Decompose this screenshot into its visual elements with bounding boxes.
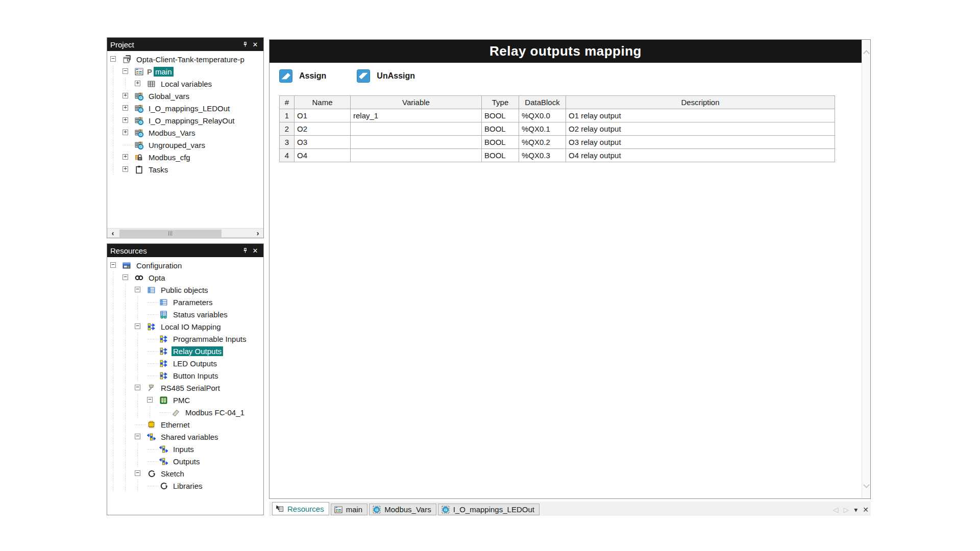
- tab-list-dropdown-icon[interactable]: ▾: [854, 506, 857, 514]
- tab-scroll-right-icon[interactable]: ▷: [843, 506, 849, 514]
- tab-resources[interactable]: Resources: [272, 502, 329, 515]
- tree-item-i-o-mappings-relayout[interactable]: +GI_O_mappings_RelayOut: [107, 114, 263, 127]
- cell-[interactable]: 1: [280, 109, 295, 122]
- minus-expander-icon[interactable]: −: [122, 65, 135, 78]
- pin-icon[interactable]: [240, 39, 250, 49]
- minus-expander-icon[interactable]: −: [147, 394, 159, 406]
- cell-datablock[interactable]: %QX0.1: [519, 122, 566, 136]
- tree-item-parameters[interactable]: Parameters: [107, 296, 263, 308]
- table-row[interactable]: 3O3BOOL%QX0.2O3 relay output: [280, 136, 835, 149]
- cell-type[interactable]: BOOL: [482, 122, 519, 136]
- unassign-button[interactable]: UnAssign: [357, 69, 415, 83]
- tree-item-local-io-mapping[interactable]: −Local IO Mapping: [107, 320, 263, 333]
- vertical-scrollbar[interactable]: [862, 40, 870, 498]
- tree-item-modbus-fc-04-1[interactable]: Modbus FC-04_1: [107, 406, 263, 418]
- cell-type[interactable]: BOOL: [482, 136, 519, 149]
- scroll-up-icon[interactable]: [863, 50, 870, 57]
- cell-variable[interactable]: [351, 149, 482, 162]
- scroll-down-icon[interactable]: [863, 482, 870, 488]
- tree-item-led-outputs[interactable]: LED Outputs: [107, 357, 263, 369]
- minus-expander-icon[interactable]: −: [110, 53, 122, 65]
- column-header-name[interactable]: Name: [295, 96, 351, 109]
- cell-[interactable]: 3: [280, 136, 295, 149]
- tree-item-public-objects[interactable]: −Public objects: [107, 284, 263, 296]
- minus-expander-icon[interactable]: −: [110, 259, 122, 271]
- cell-description[interactable]: O2 relay output: [566, 122, 835, 136]
- tree-item-i-o-mappings-ledout[interactable]: +GI_O_mappings_LEDOut: [107, 102, 263, 114]
- scroll-left-icon[interactable]: ‹: [107, 229, 118, 238]
- minus-expander-icon[interactable]: −: [135, 320, 147, 333]
- table-row[interactable]: 2O2BOOL%QX0.1O2 relay output: [280, 122, 835, 136]
- cell-[interactable]: 2: [280, 122, 295, 136]
- scroll-right-icon[interactable]: ›: [252, 229, 263, 238]
- tree-item-rs485-serialport[interactable]: −RS485 SerialPort: [107, 382, 263, 394]
- tab-i-o-mappings-ledout[interactable]: GI_O_mappings_LEDOut: [438, 504, 540, 515]
- cell-datablock[interactable]: %QX0.3: [519, 149, 566, 162]
- tree-item-global-vars[interactable]: +GGlobal_vars: [107, 90, 263, 102]
- tree-item-relay-outputs[interactable]: Relay Outputs: [107, 345, 263, 357]
- plus-expander-icon[interactable]: +: [122, 127, 135, 139]
- minus-expander-icon[interactable]: −: [122, 271, 135, 284]
- tree-item-configuration[interactable]: −Configuration: [107, 259, 263, 271]
- cell-type[interactable]: BOOL: [482, 149, 519, 162]
- tree-item-modbus-vars[interactable]: +GModbus_Vars: [107, 127, 263, 139]
- tree-item-tasks[interactable]: +Tasks: [107, 163, 263, 176]
- tree-item-programmable-inputs[interactable]: Programmable Inputs: [107, 333, 263, 345]
- tab-close-icon[interactable]: ✕: [863, 506, 869, 514]
- close-icon[interactable]: ✕: [250, 245, 260, 256]
- plus-expander-icon[interactable]: +: [122, 151, 135, 163]
- plus-expander-icon[interactable]: +: [135, 78, 147, 90]
- cell-variable[interactable]: relay_1: [351, 109, 482, 122]
- cell-name[interactable]: O1: [295, 109, 351, 122]
- cell-name[interactable]: O4: [295, 149, 351, 162]
- plus-expander-icon[interactable]: +: [122, 102, 135, 114]
- table-row[interactable]: 1O1relay_1BOOL%QX0.0O1 relay output: [280, 109, 835, 122]
- cell-description[interactable]: O3 relay output: [566, 136, 835, 149]
- plus-expander-icon[interactable]: +: [122, 114, 135, 127]
- tab-scroll-left-icon[interactable]: ◁: [833, 506, 839, 514]
- cell-description[interactable]: O1 relay output: [566, 109, 835, 122]
- cell-name[interactable]: O3: [295, 136, 351, 149]
- tree-item-libraries[interactable]: Libraries: [107, 480, 263, 492]
- tree-item-main[interactable]: −Pmain: [107, 65, 263, 78]
- project-horizontal-scrollbar[interactable]: ‹ ›: [107, 228, 263, 238]
- tree-item-status-variables[interactable]: Status variables: [107, 308, 263, 320]
- cell-datablock[interactable]: %QX0.2: [519, 136, 566, 149]
- tree-item-modbus-cfg[interactable]: +Modbus_cfg: [107, 151, 263, 163]
- plus-expander-icon[interactable]: +: [122, 163, 135, 176]
- tab-modbus-vars[interactable]: GModbus_Vars: [369, 504, 436, 515]
- scrollbar-thumb[interactable]: [119, 230, 222, 237]
- tree-item-opta-client-tank-temperature-p[interactable]: −Opta-Client-Tank-temperature-p: [107, 53, 263, 65]
- assign-button[interactable]: Assign: [279, 69, 326, 83]
- table-row[interactable]: 4O4BOOL%QX0.3O4 relay output: [280, 149, 835, 162]
- minus-expander-icon[interactable]: −: [135, 431, 147, 443]
- column-header-description[interactable]: Description: [566, 96, 835, 109]
- tree-item-pmc[interactable]: −PMC: [107, 394, 263, 406]
- tree-item-button-inputs[interactable]: Button Inputs: [107, 369, 263, 382]
- cell-variable[interactable]: [351, 122, 482, 136]
- column-header-variable[interactable]: Variable: [351, 96, 482, 109]
- close-icon[interactable]: ✕: [250, 39, 260, 49]
- pin-icon[interactable]: [240, 245, 250, 256]
- cell-name[interactable]: O2: [295, 122, 351, 136]
- cell-type[interactable]: BOOL: [482, 109, 519, 122]
- cell-variable[interactable]: [351, 136, 482, 149]
- column-header-datablock[interactable]: DataBlock: [519, 96, 566, 109]
- tree-item-ungrouped-vars[interactable]: GUngrouped_vars: [107, 139, 263, 151]
- tree-item-shared-variables[interactable]: −Shared variables: [107, 431, 263, 443]
- cell-datablock[interactable]: %QX0.0: [519, 109, 566, 122]
- tree-item-opta[interactable]: −Opta: [107, 271, 263, 284]
- tree-item-inputs[interactable]: Inputs: [107, 443, 263, 455]
- tree-item-local-variables[interactable]: +Local variables: [107, 78, 263, 90]
- cell-description[interactable]: O4 relay output: [566, 149, 835, 162]
- column-header-type[interactable]: Type: [482, 96, 519, 109]
- minus-expander-icon[interactable]: −: [135, 382, 147, 394]
- tab-main[interactable]: main: [331, 504, 368, 515]
- tree-item-sketch[interactable]: −Sketch: [107, 467, 263, 480]
- minus-expander-icon[interactable]: −: [135, 467, 147, 480]
- tree-item-outputs[interactable]: Outputs: [107, 455, 263, 467]
- tree-item-ethernet[interactable]: Ethernet: [107, 418, 263, 431]
- cell-[interactable]: 4: [280, 149, 295, 162]
- minus-expander-icon[interactable]: −: [135, 284, 147, 296]
- plus-expander-icon[interactable]: +: [122, 90, 135, 102]
